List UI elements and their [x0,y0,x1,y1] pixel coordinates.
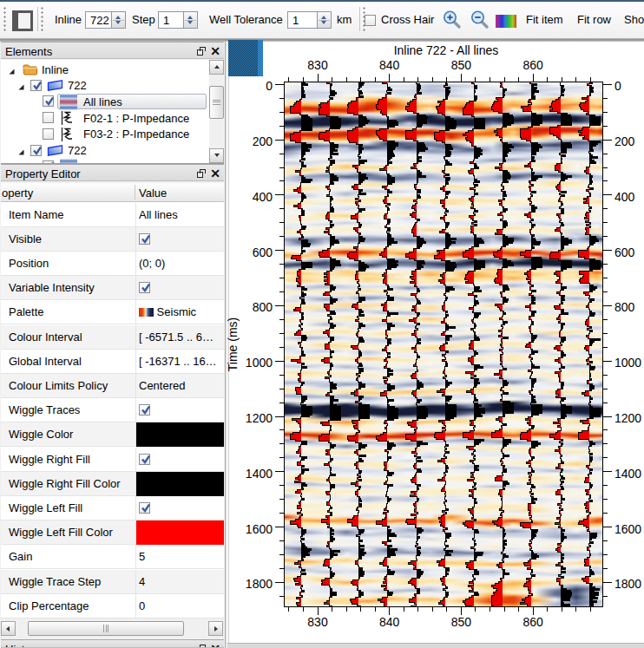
svg-text:830: 830 [307,58,328,72]
svg-text:1400: 1400 [246,467,273,481]
svg-text:830: 830 [307,615,328,629]
svg-text:800: 800 [253,300,273,314]
svg-text:600: 600 [614,245,635,259]
svg-text:1600: 1600 [614,522,641,536]
svg-text:1000: 1000 [246,356,273,370]
svg-text:1200: 1200 [246,411,273,425]
svg-text:860: 860 [522,615,543,629]
svg-text:840: 840 [379,615,400,629]
svg-text:Inline 722 - All lines: Inline 722 - All lines [394,43,499,57]
svg-text:400: 400 [253,190,273,204]
svg-text:1400: 1400 [614,467,641,481]
svg-text:1000: 1000 [614,356,641,370]
svg-text:850: 850 [451,615,472,629]
svg-text:1800: 1800 [246,577,273,591]
svg-text:1200: 1200 [614,411,641,425]
svg-text:850: 850 [451,58,472,72]
svg-text:200: 200 [614,134,635,148]
svg-text:800: 800 [614,300,635,314]
svg-text:0: 0 [266,79,273,93]
svg-text:0: 0 [614,79,621,93]
svg-text:1600: 1600 [246,522,273,536]
svg-text:1800: 1800 [614,577,641,591]
svg-text:400: 400 [614,190,635,204]
svg-text:200: 200 [253,134,273,148]
svg-text:860: 860 [522,58,543,72]
svg-text:Time (ms): Time (ms) [227,317,240,371]
svg-text:600: 600 [253,245,273,259]
svg-text:840: 840 [379,58,400,72]
